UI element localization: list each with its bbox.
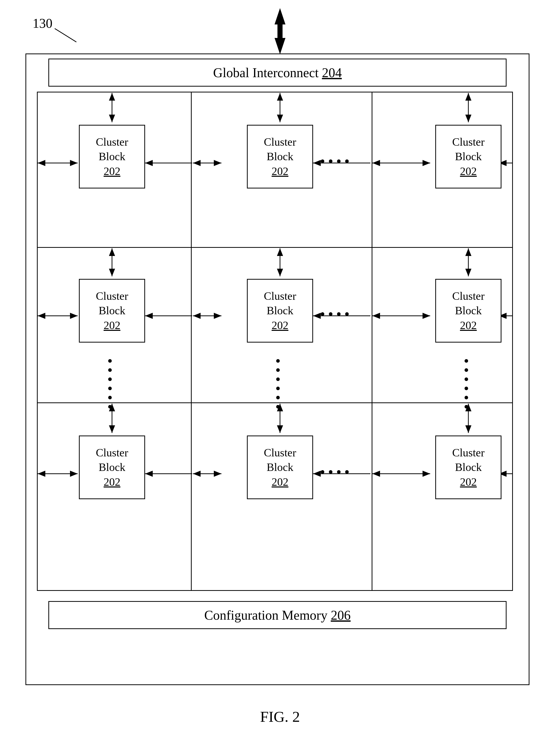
svg-rect-3 bbox=[277, 24, 283, 39]
dots-col1 bbox=[108, 359, 112, 409]
dot bbox=[321, 159, 324, 163]
cluster-block-r1c1: Cluster Block 202 bbox=[79, 125, 145, 188]
dot bbox=[464, 359, 468, 363]
dot bbox=[345, 159, 349, 163]
col-divider-1 bbox=[191, 92, 192, 591]
cluster-block-r3c1: Cluster Block 202 bbox=[79, 436, 145, 499]
dot bbox=[276, 387, 280, 390]
dot bbox=[108, 405, 112, 409]
dot bbox=[464, 405, 468, 409]
global-interconnect-label: Global Interconnect 204 bbox=[213, 65, 342, 80]
dot bbox=[321, 312, 324, 316]
dot bbox=[464, 368, 468, 372]
cluster-block-r1c2: Cluster Block 202 bbox=[247, 125, 313, 188]
dot bbox=[276, 378, 280, 381]
diagram-label-130: 130 bbox=[33, 16, 52, 31]
config-memory-label: Configuration Memory 206 bbox=[205, 608, 351, 623]
dot bbox=[276, 368, 280, 372]
dots-col3 bbox=[464, 359, 468, 409]
dot bbox=[329, 470, 332, 474]
dots-col2 bbox=[276, 359, 280, 409]
cluster-block-r2c1: Cluster Block 202 bbox=[79, 279, 145, 342]
fig-label: FIG. 2 bbox=[0, 708, 560, 726]
dot bbox=[108, 387, 112, 390]
page: 130 Global Interconnect 204 Cluster Bloc… bbox=[0, 0, 560, 747]
cluster-block-r3c2: Cluster Block 202 bbox=[247, 436, 313, 499]
dot bbox=[464, 387, 468, 390]
dot bbox=[329, 159, 332, 163]
dot bbox=[108, 396, 112, 400]
col-divider-2 bbox=[372, 92, 372, 591]
dot bbox=[276, 359, 280, 363]
dot bbox=[108, 368, 112, 372]
dot bbox=[276, 396, 280, 400]
dot bbox=[329, 312, 332, 316]
dot bbox=[108, 378, 112, 381]
dot bbox=[337, 470, 341, 474]
cluster-block-r2c2: Cluster Block 202 bbox=[247, 279, 313, 342]
cluster-block-r1c3: Cluster Block 202 bbox=[435, 125, 502, 188]
dot bbox=[321, 470, 324, 474]
global-interconnect-box: Global Interconnect 204 bbox=[48, 58, 507, 86]
svg-rect-1 bbox=[277, 23, 283, 46]
hdots-r1 bbox=[321, 159, 349, 163]
hdots-r3 bbox=[321, 470, 349, 474]
svg-marker-2 bbox=[275, 38, 285, 53]
cluster-block-r3c3: Cluster Block 202 bbox=[435, 436, 502, 499]
dot bbox=[337, 312, 341, 316]
dot bbox=[337, 159, 341, 163]
dot bbox=[108, 359, 112, 363]
dot bbox=[464, 396, 468, 400]
svg-line-4 bbox=[55, 28, 76, 42]
row-divider-1 bbox=[37, 247, 513, 248]
svg-marker-0 bbox=[275, 9, 285, 24]
dot bbox=[345, 312, 349, 316]
cluster-block-r2c3: Cluster Block 202 bbox=[435, 279, 502, 342]
dot bbox=[464, 378, 468, 381]
dot bbox=[345, 470, 349, 474]
dot bbox=[276, 405, 280, 409]
hdots-r2 bbox=[321, 312, 349, 316]
config-memory-box: Configuration Memory 206 bbox=[48, 601, 507, 629]
